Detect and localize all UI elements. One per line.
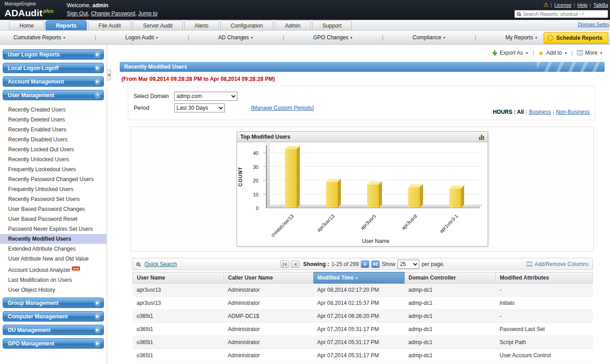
sidebar-item-recently-locked-out-users[interactable]: Recently Locked Out Users: [0, 145, 107, 154]
chart-type-icon[interactable]: [479, 134, 484, 140]
period-select[interactable]: Last 30 Days: [174, 103, 225, 112]
chart-bar-createuser13[interactable]: [285, 149, 297, 208]
sidebar-item-recently-modified-users[interactable]: Recently Modified Users: [0, 234, 107, 244]
page-size-select[interactable]: 25: [398, 260, 419, 269]
menu-item-gpo-changes[interactable]: GPO Changes ▼: [313, 34, 353, 41]
column-header-caller-user-name[interactable]: Caller User Name: [224, 272, 313, 284]
sidebar-section-label: User Logon Reports: [8, 51, 60, 58]
menu-item-cumulative-reports[interactable]: Cumulative Reports ▼: [14, 34, 66, 41]
table-row[interactable]: o365t1AdministratorApr 07,2014 05:31:17 …: [133, 323, 593, 336]
table-row[interactable]: o365t1ADMP-DC1$Apr 07,2014 06:26:20 PMad…: [133, 310, 593, 323]
domain-filter-row: Select Domain admp.com: [134, 92, 590, 101]
prev-page-button[interactable]: [291, 261, 299, 268]
report-action-toolbar: Export As ▼ | ★ Add to ▼ | More ▼: [120, 45, 605, 57]
chart-bar-apr1usr3-1[interactable]: [449, 189, 461, 208]
table-row[interactable]: apr3usr13AdministratorApr 08,2014 02:17:…: [133, 284, 593, 297]
sidebar-section-account-management[interactable]: Account Management▶: [3, 76, 104, 87]
change-password-link[interactable]: Change Password: [91, 10, 135, 17]
sidebar-item-user-object-history[interactable]: User Object History: [0, 285, 107, 295]
table-cell: ADMP-DC1$: [224, 310, 313, 323]
column-header-user-name[interactable]: User Name: [133, 272, 224, 284]
sidebar-item-user-based-password-changes[interactable]: User Based Password Changes: [0, 204, 107, 214]
sidebar-collapse-handle[interactable]: ◀: [107, 70, 111, 80]
sidebar-section-local-logon-logoff[interactable]: Local Logon-Logoff▶: [3, 63, 104, 73]
jump-to-link[interactable]: Jump to: [138, 10, 158, 17]
tab-support[interactable]: Support: [312, 20, 352, 30]
tab-alerts[interactable]: Alerts: [184, 20, 219, 30]
more-button[interactable]: More ▼: [577, 50, 603, 56]
y-tick-label: 20: [253, 178, 258, 183]
sidebar-section-user-management[interactable]: User Management▼: [3, 90, 104, 100]
table-row[interactable]: o365t1AdministratorApr 07,2014 05:31:17 …: [133, 349, 593, 362]
page-body: ◀ User Logon Reports▶Local Logon-Logoff▶…: [0, 45, 610, 364]
table-cell: admp-dc1: [405, 349, 496, 362]
schedule-reports-button[interactable]: ! Schedule Reports: [544, 32, 608, 43]
sidebar-item-user-based-password-reset[interactable]: User Based Password Reset: [0, 214, 107, 224]
sidebar-item-recently-created-users[interactable]: Recently Created Users: [0, 105, 107, 115]
sidebar-section-ou-management[interactable]: OU Management▶: [3, 325, 104, 335]
menu-item-ad-changes[interactable]: AD Changes ▼: [218, 34, 253, 41]
hours-business-link[interactable]: Business: [529, 109, 551, 115]
table-row[interactable]: o365t1AdministratorApr 07,2014 05:31:17 …: [133, 336, 593, 349]
tab-server-audit[interactable]: Server Audit: [133, 20, 183, 30]
sidebar-item-recently-deleted-users[interactable]: Recently Deleted Users: [0, 115, 107, 125]
tab-configuration[interactable]: Configuration: [220, 20, 273, 30]
sidebar-item-frequently-unlocked-users[interactable]: Frequently Unlocked Users: [0, 184, 107, 194]
chart-bar-apr3usr13[interactable]: [326, 182, 338, 208]
sidebar-item-user-attribute-new-and-old-value[interactable]: User Attribute New and Old Value: [0, 254, 107, 264]
caret-down-icon: ▼: [63, 36, 66, 39]
sidebar-section-group-management[interactable]: Group Management▶: [3, 298, 104, 308]
domain-settings-link[interactable]: Domain Settin: [578, 22, 609, 27]
table-cell: Apr 08,2014 02:17:20 PM: [313, 284, 405, 297]
chart-bar-apr3usr5[interactable]: [367, 185, 379, 208]
manage-custom-periods-link[interactable]: [Manage Custom Periods]: [251, 105, 314, 111]
hours-non-business-link[interactable]: Non-Business: [556, 109, 590, 115]
add-to-button[interactable]: ★ Add to ▼: [538, 50, 568, 56]
sidebar-item-last-modification-on-users[interactable]: Last Modification on Users: [0, 275, 107, 285]
sidebar-item-recently-password-changed-users[interactable]: Recently Password Changed Users: [0, 174, 107, 184]
tab-admin[interactable]: Admin: [275, 20, 311, 30]
column-header-modified-time[interactable]: Modified Time▼: [313, 272, 405, 284]
sidebar-item-extended-attribute-changes[interactable]: Extended Attribute Changes: [0, 244, 107, 254]
add-remove-columns-link[interactable]: Add/Remove Columns: [526, 261, 589, 267]
sidebar-item-recently-password-set-users[interactable]: Recently Password Set Users: [0, 194, 107, 204]
sidebar-section-computer-management[interactable]: Computer Management▶: [3, 311, 104, 322]
export-as-button[interactable]: Export As ▼: [492, 50, 528, 56]
sidebar-item-password-never-expires-set-users[interactable]: Password Never Expires Set Users: [0, 224, 107, 234]
quick-search-link[interactable]: Quick Search: [144, 261, 177, 267]
search-input[interactable]: [523, 11, 605, 17]
talkback-link[interactable]: TalkBa: [593, 2, 608, 8]
help-link[interactable]: Help: [577, 2, 587, 8]
sidebar-item-recently-enabled-users[interactable]: Recently Enabled Users: [0, 125, 107, 135]
sidebar-item-frequently-lockedout-users[interactable]: Frequently Lockedout Users: [0, 164, 107, 174]
license-link[interactable]: License: [554, 2, 572, 8]
table-toolbar: Quick Search Showing : 1-25 of 299 Show …: [132, 258, 593, 270]
menu-items: Cumulative Reports ▼|Logon Audit ▼|AD Ch…: [14, 34, 538, 41]
last-page-button[interactable]: [372, 261, 380, 268]
table-row[interactable]: apr3usr13AdministratorApr 08,2014 02:15:…: [133, 297, 593, 310]
sidebar-item-recently-disabled-users[interactable]: Recently Disabled Users: [0, 135, 107, 145]
next-page-button[interactable]: [361, 261, 369, 268]
domain-select[interactable]: admp.com: [174, 92, 237, 101]
search-box[interactable]: [514, 10, 608, 18]
sidebar-item-recently-unlocked-users[interactable]: Recently Unlocked Users: [0, 154, 107, 164]
alert-circle-icon: !: [547, 35, 554, 41]
warning-icon[interactable]: ⚠: [543, 1, 549, 8]
column-header-domain-controller[interactable]: Domain Controller: [405, 272, 496, 284]
sort-desc-icon: ▼: [354, 276, 358, 280]
chart-bar-apr3usr8[interactable]: [408, 187, 420, 208]
tab-home[interactable]: Home: [9, 20, 44, 30]
tab-file-audit[interactable]: File Audit: [88, 20, 131, 30]
menu-item-compliance[interactable]: Compliance ▼: [413, 34, 446, 41]
prev-arrow-icon: [284, 262, 287, 266]
menu-item-logon-audit[interactable]: Logon Audit ▼: [126, 34, 159, 41]
sidebar-section-user-logon-reports[interactable]: User Logon Reports▶: [3, 49, 104, 60]
sign-out-link[interactable]: Sign Out: [67, 10, 88, 17]
menu-item-my-reports[interactable]: My Reports ▼: [505, 34, 538, 41]
first-page-button[interactable]: [281, 261, 289, 268]
tab-reports[interactable]: Reports: [46, 20, 87, 30]
column-header-modified-attributes[interactable]: Modified Attributes: [496, 272, 593, 284]
chart-bars: createUser13apr3usr13apr3usr5apr3usr8apr…: [267, 145, 480, 208]
sidebar-section-gpo-management[interactable]: GPO Management▶: [3, 338, 104, 349]
sidebar-item-account-lockout-analyzer[interactable]: Account Lockout Analyzernew: [0, 264, 107, 275]
